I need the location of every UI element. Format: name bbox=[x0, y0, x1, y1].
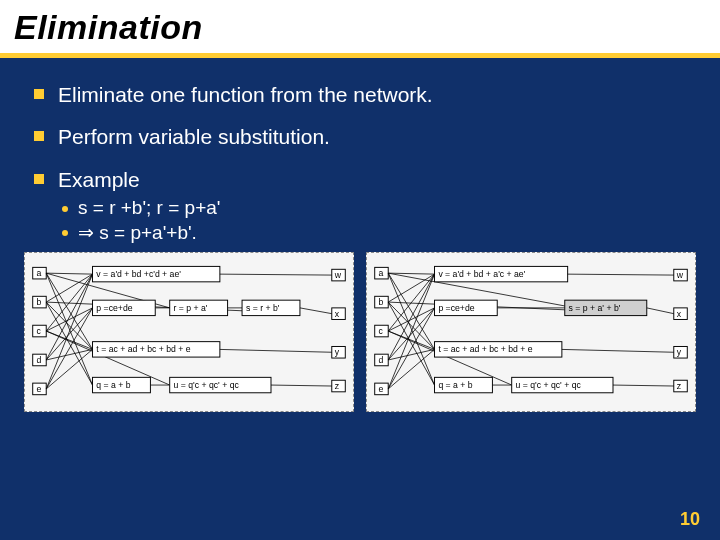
bullet-text: Example bbox=[58, 167, 140, 193]
eq-v: v = a'd + bd + a'c + ae' bbox=[435, 266, 568, 281]
svg-line-22 bbox=[46, 274, 92, 389]
bullet-item: Perform variable substitution. bbox=[34, 124, 690, 150]
svg-text:v = a'd + bd +c'd + ae': v = a'd + bd +c'd + ae' bbox=[96, 269, 181, 279]
diagram-svg: a b c d e w x y z bbox=[25, 253, 353, 411]
svg-line-75 bbox=[388, 273, 434, 274]
svg-text:e: e bbox=[379, 384, 384, 394]
svg-line-19 bbox=[46, 274, 92, 302]
body: Eliminate one function from the network.… bbox=[0, 58, 720, 244]
svg-text:x: x bbox=[677, 308, 682, 318]
diagram-before: a b c d e w x y z bbox=[24, 252, 354, 412]
eq-q: q = a + b bbox=[435, 377, 493, 392]
subbullet-text: ⇒ s = p+a'+b'. bbox=[78, 221, 197, 244]
svg-line-29 bbox=[46, 349, 92, 360]
svg-line-40 bbox=[300, 308, 332, 314]
svg-line-42 bbox=[271, 385, 332, 386]
svg-text:t = ac + ad + bc + bd + e: t = ac + ad + bc + bd + e bbox=[438, 344, 532, 354]
subbullet-text: s = r +b'; r = p+a' bbox=[78, 197, 220, 219]
svg-line-27 bbox=[46, 302, 92, 349]
eq-t: t = ac + ad + bc + bd + e bbox=[435, 341, 562, 356]
svg-line-76 bbox=[388, 274, 434, 302]
svg-text:a: a bbox=[37, 268, 42, 278]
eq-v: v = a'd + bd +c'd + ae' bbox=[93, 266, 220, 281]
svg-text:u = q'c + qc' + qc: u = q'c + qc' + qc bbox=[174, 380, 240, 390]
eq-p: p =ce+de bbox=[435, 300, 498, 315]
subbullet-item: ⇒ s = p+a'+b'. bbox=[62, 221, 690, 244]
svg-line-41 bbox=[218, 349, 332, 352]
svg-line-96 bbox=[647, 308, 674, 314]
svg-text:e: e bbox=[37, 384, 42, 394]
svg-text:y: y bbox=[677, 347, 682, 357]
square-bullet-icon bbox=[34, 131, 44, 141]
eq-q: q = a + b bbox=[93, 377, 151, 392]
dot-bullet-icon bbox=[62, 206, 68, 212]
svg-text:s = r + b': s = r + b' bbox=[246, 303, 280, 313]
svg-text:u = q'c + qc' + qc: u = q'c + qc' + qc bbox=[516, 380, 582, 390]
svg-text:t = ac + ad + bc + bd + e: t = ac + ad + bc + bd + e bbox=[96, 344, 190, 354]
svg-text:p =ce+de: p =ce+de bbox=[438, 303, 474, 313]
svg-line-95 bbox=[565, 274, 674, 275]
svg-line-86 bbox=[388, 349, 434, 360]
square-bullet-icon bbox=[34, 89, 44, 99]
svg-text:b: b bbox=[37, 297, 42, 307]
svg-text:s = p + a' + b': s = p + a' + b' bbox=[569, 303, 621, 313]
svg-text:c: c bbox=[37, 326, 42, 336]
input-ports: a b c d e bbox=[33, 267, 47, 394]
diagrams-row: a b c d e w x y z bbox=[0, 252, 720, 412]
svg-line-84 bbox=[388, 302, 434, 349]
dot-bullet-icon bbox=[62, 230, 68, 236]
svg-text:v = a'd + bd + a'c + ae': v = a'd + bd + a'c + ae' bbox=[438, 269, 525, 279]
bullet-text: Eliminate one function from the network. bbox=[58, 82, 433, 108]
svg-text:z: z bbox=[677, 381, 682, 391]
square-bullet-icon bbox=[34, 174, 44, 184]
edges bbox=[46, 273, 332, 389]
bullet-item: Eliminate one function from the network. bbox=[34, 82, 690, 108]
svg-line-78 bbox=[388, 274, 434, 360]
svg-text:x: x bbox=[335, 308, 340, 318]
diagram-svg: a b c d e w x y z bbox=[367, 253, 695, 411]
svg-text:p =ce+de: p =ce+de bbox=[96, 303, 132, 313]
output-ports: w x y z bbox=[674, 269, 688, 392]
bullet-text: Perform variable substitution. bbox=[58, 124, 330, 150]
svg-text:q = a + b: q = a + b bbox=[96, 380, 130, 390]
eq-u: u = q'c + qc' + qc bbox=[512, 377, 613, 392]
svg-text:a: a bbox=[379, 268, 384, 278]
eq-s: s = r + b' bbox=[242, 300, 300, 315]
svg-text:q = a + b: q = a + b bbox=[438, 380, 472, 390]
slide: Elimination Eliminate one function from … bbox=[0, 0, 720, 540]
svg-text:z: z bbox=[335, 381, 340, 391]
subbullet-list: s = r +b'; r = p+a' ⇒ s = p+a'+b'. bbox=[62, 197, 690, 244]
subbullet-item: s = r +b'; r = p+a' bbox=[62, 197, 690, 219]
edges bbox=[388, 273, 674, 389]
svg-line-18 bbox=[46, 273, 92, 274]
svg-line-31 bbox=[46, 273, 92, 385]
eq-p: p =ce+de bbox=[93, 300, 156, 315]
page-number: 10 bbox=[680, 509, 700, 530]
svg-text:y: y bbox=[335, 347, 340, 357]
svg-line-88 bbox=[388, 273, 434, 385]
eq-s-highlight: s = p + a' + b' bbox=[565, 300, 647, 315]
svg-text:d: d bbox=[37, 355, 42, 365]
eq-u: u = q'c + qc' + qc bbox=[170, 377, 271, 392]
diagram-after: a b c d e w x y z bbox=[366, 252, 696, 412]
slide-title: Elimination bbox=[14, 8, 706, 47]
svg-text:c: c bbox=[379, 326, 384, 336]
eq-t: t = ac + ad + bc + bd + e bbox=[93, 341, 220, 356]
eq-r: r = p + a' bbox=[170, 300, 228, 315]
svg-text:b: b bbox=[379, 297, 384, 307]
svg-text:w: w bbox=[676, 270, 684, 280]
input-ports: a b c d e bbox=[375, 267, 389, 394]
svg-line-21 bbox=[46, 274, 92, 360]
svg-line-98 bbox=[613, 385, 674, 386]
bullet-item: Example bbox=[34, 167, 690, 193]
title-bar: Elimination bbox=[0, 0, 720, 53]
svg-text:d: d bbox=[379, 355, 384, 365]
svg-text:r = p + a': r = p + a' bbox=[174, 303, 208, 313]
svg-line-97 bbox=[560, 349, 674, 352]
svg-text:w: w bbox=[334, 270, 342, 280]
svg-line-39 bbox=[218, 274, 332, 275]
output-ports: w x y z bbox=[332, 269, 346, 392]
svg-line-79 bbox=[388, 274, 434, 389]
